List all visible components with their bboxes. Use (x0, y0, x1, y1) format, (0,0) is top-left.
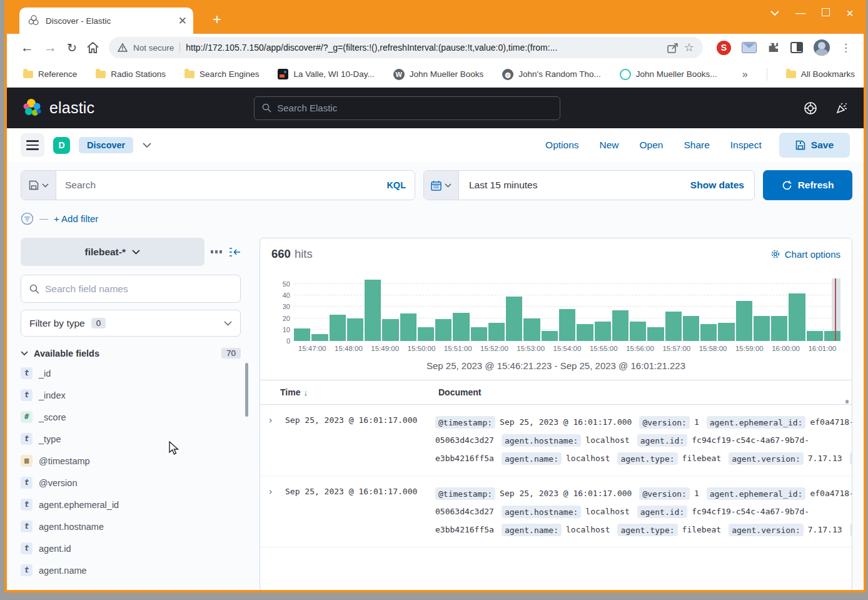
extension-mail-icon[interactable] (742, 42, 757, 53)
home-button[interactable] (87, 42, 99, 53)
field-item[interactable]: ▦@timestamp (21, 450, 241, 472)
histogram-bar[interactable] (736, 301, 752, 341)
breadcrumb-chevron-icon[interactable] (142, 142, 152, 148)
histogram-bar[interactable] (754, 316, 770, 341)
bookmark-item[interactable]: Radio Stations (96, 69, 166, 79)
share-icon[interactable] (667, 43, 679, 53)
histogram-bar[interactable] (771, 316, 787, 341)
bookmark-item[interactable]: WJohn Mueller Books (393, 69, 484, 80)
help-life-ring-icon[interactable] (804, 101, 817, 115)
query-search-input[interactable] (65, 180, 381, 191)
global-search[interactable] (254, 96, 560, 120)
field-item[interactable]: #_score (21, 406, 241, 428)
extension-s-icon[interactable]: S (717, 41, 731, 55)
histogram-bar[interactable] (347, 318, 363, 341)
histogram-bar[interactable] (471, 327, 487, 341)
save-button[interactable]: Save (779, 133, 850, 158)
window-maximize-button[interactable] (822, 8, 830, 19)
histogram-bar[interactable] (418, 327, 434, 341)
chart-options-button[interactable]: Chart options (770, 249, 840, 260)
available-fields-label[interactable]: Available fields (34, 348, 99, 358)
histogram-bar[interactable] (789, 293, 805, 341)
fields-scrollbar[interactable] (245, 363, 248, 417)
bookmark-star-icon[interactable]: ☆ (684, 41, 694, 54)
bookmark-item[interactable]: Reference (23, 69, 77, 79)
table-row[interactable]: ›Sep 25, 2023 @ 16:01:17.000@timestamp:S… (260, 476, 852, 547)
histogram-bar[interactable] (365, 280, 381, 341)
browser-tab[interactable]: Discover - Elastic ✕ (19, 8, 193, 34)
index-options-icon[interactable] (211, 250, 223, 253)
field-item[interactable]: t_type (21, 428, 241, 450)
window-menu-chevron-icon[interactable] (770, 11, 779, 16)
histogram-bar[interactable] (595, 322, 611, 341)
tab-close-icon[interactable]: ✕ (178, 14, 187, 28)
date-picker-calendar-button[interactable] (424, 171, 459, 200)
histogram-bar[interactable] (453, 313, 469, 341)
toolbar-link-open[interactable]: Open (640, 140, 664, 151)
available-fields-chevron-icon[interactable] (21, 351, 28, 356)
histogram-bar[interactable] (294, 328, 310, 341)
kql-label[interactable]: KQL (386, 180, 406, 190)
bookmark-item[interactable]: ◍John's Random Tho... (502, 69, 600, 80)
field-item[interactable]: t_index (21, 384, 241, 406)
histogram-bar[interactable] (330, 315, 346, 341)
histogram-bar[interactable] (807, 331, 823, 341)
time-column-header[interactable]: Time ↓ (280, 387, 438, 397)
extensions-puzzle-icon[interactable] (767, 41, 780, 54)
field-item[interactable]: t_id (21, 362, 241, 384)
new-tab-button[interactable]: + (208, 11, 226, 29)
global-search-input[interactable] (277, 103, 552, 113)
toolbar-link-options[interactable]: Options (545, 140, 578, 151)
field-search-input[interactable] (45, 283, 232, 295)
refresh-button[interactable]: Refresh (763, 170, 852, 200)
url-bar[interactable]: Not secure http://172.105.7.150/app/disc… (109, 37, 703, 58)
back-button[interactable]: ← (21, 40, 34, 55)
breadcrumb[interactable]: Discover (79, 137, 133, 153)
field-item[interactable]: tagent.hostname (21, 516, 241, 537)
forward-button[interactable]: → (44, 40, 57, 55)
bookmark-item[interactable]: John Mueller Books... (620, 69, 717, 80)
window-close-button[interactable]: × (846, 6, 854, 21)
histogram-bar[interactable] (506, 297, 522, 341)
time-range-value[interactable]: Last 15 minutes (459, 171, 680, 200)
profile-avatar[interactable] (814, 39, 830, 56)
field-search[interactable] (21, 275, 241, 303)
show-dates-button[interactable]: Show dates (680, 171, 754, 200)
histogram-bar[interactable] (311, 334, 328, 341)
browser-menu-icon[interactable]: ⋮ (840, 41, 851, 54)
add-filter-button[interactable]: + Add filter (54, 213, 98, 224)
histogram-bar[interactable] (630, 322, 646, 341)
histogram-bar[interactable] (435, 319, 452, 341)
nav-menu-button[interactable] (21, 133, 44, 157)
toolbar-link-share[interactable]: Share (684, 140, 709, 151)
filter-by-type[interactable]: Filter by type 0 (21, 310, 241, 337)
table-row[interactable]: ›Sep 25, 2023 @ 16:01:17.000@timestamp:S… (260, 405, 852, 476)
field-item[interactable]: tagent.name (21, 559, 241, 581)
field-item[interactable]: t@version (21, 472, 241, 494)
toolbar-link-new[interactable]: New (600, 140, 619, 151)
expand-row-icon[interactable]: › (268, 484, 285, 539)
not-secure-warning-icon[interactable] (118, 43, 128, 52)
sort-descending-icon[interactable]: ↓ (303, 388, 308, 397)
all-bookmarks-button[interactable]: All Bookmarks (786, 69, 855, 79)
histogram-bar[interactable] (683, 316, 699, 341)
histogram-bar[interactable] (400, 313, 416, 341)
histogram-bar[interactable] (577, 324, 593, 341)
histogram-bar[interactable] (718, 323, 734, 341)
field-item[interactable]: tagent.id (21, 537, 241, 559)
table-scrollbar[interactable] (845, 400, 849, 404)
saved-queries-button[interactable] (21, 171, 56, 200)
toolbar-link-inspect[interactable]: Inspect (730, 140, 762, 151)
histogram-bar[interactable] (700, 324, 717, 341)
reload-button[interactable]: ↻ (67, 41, 77, 55)
histogram-bar[interactable] (612, 310, 628, 341)
histogram-bar[interactable] (523, 318, 540, 341)
collapse-sidebar-icon[interactable] (228, 247, 241, 257)
histogram-bar[interactable] (382, 319, 398, 341)
side-panel-icon[interactable] (790, 42, 803, 53)
bookmark-item[interactable]: La Valle, WI 10-Day... (278, 69, 374, 79)
histogram-chart[interactable]: 01020304050 (271, 278, 840, 341)
expand-row-icon[interactable]: › (268, 413, 285, 467)
index-pattern-select[interactable]: filebeat-* (21, 238, 204, 266)
histogram-bar[interactable] (665, 312, 682, 341)
